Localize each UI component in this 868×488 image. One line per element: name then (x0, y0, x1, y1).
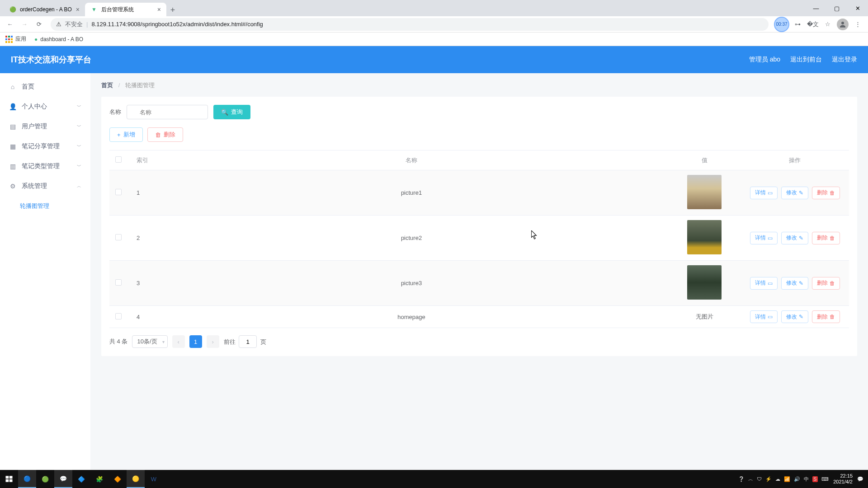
detail-button[interactable]: 详情 ▭ (750, 187, 778, 199)
close-window-button[interactable]: ✕ (847, 0, 868, 16)
tray-input-icon[interactable]: S (812, 476, 818, 482)
edit-icon: ✎ (799, 235, 803, 241)
delete-button[interactable]: 删除 🗑 (812, 310, 840, 323)
current-user[interactable]: 管理员 abo (749, 56, 780, 64)
sidebar-item-system[interactable]: ⚙ 系统管理 ︿ (0, 176, 90, 196)
sidebar-subitem-carousel[interactable]: 轮播图管理 (0, 196, 90, 216)
trash-icon: 🗑 (830, 235, 835, 241)
trash-icon: 🗑 (830, 280, 835, 286)
edit-button[interactable]: 修改 ✎ (781, 187, 808, 199)
browser-tab-inactive[interactable]: 🟢 orderCodegen - A BO × (4, 3, 85, 16)
page-jump: 前往 页 (224, 335, 266, 348)
key-icon[interactable]: ⊶ (795, 21, 801, 28)
col-ops: 操作 (741, 150, 849, 170)
url-input[interactable]: ⚠ 不安全 | 8.129.11.174:9008/springboot1o52… (51, 18, 769, 31)
to-frontend-link[interactable]: 退出到前台 (790, 56, 822, 64)
sidebar-item-home[interactable]: ⌂ 首页 (0, 77, 90, 97)
back-button[interactable]: ← (4, 18, 16, 31)
tray-wifi-icon[interactable]: 📶 (784, 476, 790, 482)
search-input[interactable] (127, 105, 208, 119)
batch-delete-button[interactable]: 🗑 删除 (147, 127, 183, 142)
taskbar-clock[interactable]: 22:15 2021/4/2 (833, 473, 853, 485)
select-all-checkbox[interactable] (115, 156, 122, 163)
close-icon[interactable]: × (76, 6, 80, 13)
address-bar: ← → ⟳ ⚠ 不安全 | 8.129.11.174:9008/springbo… (0, 16, 868, 33)
favicon-icon: ● (34, 36, 38, 42)
tray-chevron-icon[interactable]: ︿ (748, 476, 753, 483)
taskbar-app[interactable]: 🧩 (90, 470, 108, 488)
tray-volume-icon[interactable]: 🔊 (794, 476, 800, 482)
notes-icon: ▦ (9, 143, 16, 150)
taskbar: 🔵 🟢 💬 🔷 🧩 🔶 🟡 W ❔ ︿ 🛡 ⚡ ☁ 📶 🔊 中 S ⌨ 22:1… (0, 470, 868, 488)
breadcrumb-home[interactable]: 首页 (101, 82, 113, 89)
page-jump-input[interactable] (239, 335, 257, 348)
start-button[interactable] (0, 470, 18, 488)
col-name: 名称 (155, 150, 668, 170)
row-checkbox[interactable] (115, 279, 122, 286)
apps-shortcut[interactable]: 应用 (5, 35, 26, 43)
edit-button[interactable]: 修改 ✎ (781, 277, 808, 290)
thumbnail-image[interactable] (687, 220, 722, 254)
cell-value (668, 170, 741, 216)
sidebar-item-label: 笔记类型管理 (22, 162, 60, 170)
sidebar-item-profile[interactable]: 👤 个人中心 ﹀ (0, 97, 90, 117)
sidebar-item-notes[interactable]: ▦ 笔记分享管理 ﹀ (0, 136, 90, 156)
sidebar-item-users[interactable]: ▤ 用户管理 ﹀ (0, 117, 90, 136)
browser-tab-active[interactable]: ▼ 后台管理系统 × (85, 3, 166, 16)
next-page-button[interactable]: › (207, 335, 219, 348)
taskbar-app-chrome[interactable]: 🟡 (127, 470, 145, 488)
thumbnail-image[interactable] (687, 265, 722, 300)
delete-button[interactable]: 删除 🗑 (812, 232, 840, 244)
new-tab-button[interactable]: + (166, 4, 179, 16)
page-number-button[interactable]: 1 (189, 335, 202, 348)
row-checkbox[interactable] (115, 234, 122, 240)
favicon-icon: 🟢 (9, 6, 16, 13)
tray-keyboard-icon[interactable]: ⌨ (821, 476, 829, 482)
bookmark-item[interactable]: ● dashboard - A BO (34, 36, 83, 42)
taskbar-app-edge[interactable]: 🔵 (18, 470, 36, 488)
taskbar-app-browser[interactable]: 🟢 (36, 470, 54, 488)
profile-avatar[interactable] (837, 19, 849, 30)
tray-onedrive-icon[interactable]: ☁ (775, 476, 780, 482)
tray-shield-icon[interactable]: 🛡 (757, 476, 762, 482)
minimize-button[interactable]: — (806, 0, 826, 16)
chevron-down-icon: ﹀ (77, 103, 81, 110)
edit-button[interactable]: 修改 ✎ (781, 310, 808, 323)
detail-button[interactable]: 详情 ▭ (750, 277, 778, 290)
sidebar-item-label: 个人中心 (22, 103, 47, 111)
tray-notifications-icon[interactable]: 💬 (857, 476, 863, 482)
taskbar-app[interactable]: 🔶 (108, 470, 127, 488)
reload-button[interactable]: ⟳ (33, 18, 45, 31)
tray-help-icon[interactable]: ❔ (738, 476, 745, 482)
prev-page-button[interactable]: ‹ (172, 335, 185, 348)
taskbar-app-wechat[interactable]: 💬 (54, 470, 72, 488)
thumbnail-image[interactable] (687, 175, 722, 209)
cell-index: 2 (127, 216, 155, 261)
pagination: 共 4 条 10条/页 ‹ 1 › 前往 页 (109, 335, 849, 348)
tray-power-icon[interactable]: ⚡ (765, 476, 772, 482)
delete-button[interactable]: 删除 🗑 (812, 187, 840, 199)
row-checkbox[interactable] (115, 189, 122, 195)
forward-button[interactable]: → (18, 18, 31, 31)
detail-button[interactable]: 详情 ▭ (750, 310, 778, 323)
taskbar-app-word[interactable]: W (145, 470, 163, 488)
page-size-select[interactable]: 10条/页 (132, 335, 167, 348)
tray-ime-label[interactable]: 中 (804, 476, 809, 483)
delete-button[interactable]: 删除 🗑 (812, 277, 840, 290)
search-button[interactable]: 🔍 查询 (213, 105, 250, 119)
star-icon[interactable]: ☆ (825, 21, 830, 28)
edit-button[interactable]: 修改 ✎ (781, 232, 808, 244)
menu-icon[interactable]: ⋮ (855, 21, 861, 28)
maximize-button[interactable]: ▢ (826, 0, 847, 16)
row-checkbox[interactable] (115, 313, 122, 319)
taskbar-app-search[interactable]: 🔷 (72, 470, 90, 488)
detail-button[interactable]: 详情 ▭ (750, 232, 778, 244)
chevron-down-icon: ﹀ (77, 143, 81, 150)
add-button[interactable]: + 新增 (109, 127, 143, 142)
sidebar-item-note-types[interactable]: ▥ 笔记类型管理 ﹀ (0, 156, 90, 176)
timer-badge[interactable]: 00:37 (774, 17, 789, 32)
close-icon[interactable]: × (157, 6, 161, 13)
translate-icon[interactable]: �文 (807, 20, 819, 28)
sidebar-item-label: 用户管理 (22, 122, 47, 131)
logout-link[interactable]: 退出登录 (832, 56, 857, 64)
